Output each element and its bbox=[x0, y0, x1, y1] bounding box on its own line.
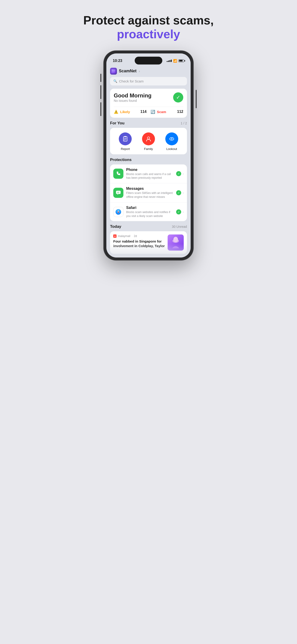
safari-protection-desc: Blocks scam websites and notifies if you… bbox=[126, 210, 173, 218]
messages-protection-text: Messages Filters scam SMSes with an inte… bbox=[126, 186, 173, 199]
scam-icon: 🔄 bbox=[150, 110, 155, 114]
svg-point-7 bbox=[147, 137, 150, 139]
phone-protection-desc: Blocks scam calls and warns if a call ha… bbox=[126, 172, 173, 180]
family-icon bbox=[142, 132, 155, 145]
safari-protection-status: ✓ › bbox=[176, 209, 184, 214]
messages-protection-name: Messages bbox=[126, 186, 173, 191]
search-bar[interactable]: 🔍 Check for Scam bbox=[110, 77, 187, 86]
phone-app-icon bbox=[113, 168, 124, 179]
family-action[interactable]: Family bbox=[142, 132, 155, 151]
news-source-name: malaymail bbox=[118, 234, 130, 238]
news-source: M malaymail · 2d bbox=[113, 234, 165, 238]
quick-actions: Report Family bbox=[114, 132, 183, 151]
search-icon: 🔍 bbox=[113, 79, 117, 83]
volume-down-button bbox=[100, 102, 101, 116]
phone-protection-item[interactable]: Phone Blocks scam calls and warns if a c… bbox=[110, 164, 187, 183]
phone-chevron-icon: › bbox=[182, 172, 184, 176]
today-header: Today 30 Unread bbox=[110, 224, 187, 229]
headline-line2: proactively bbox=[83, 27, 214, 41]
news-thumbnail bbox=[168, 234, 184, 250]
signal-bar-4 bbox=[171, 60, 172, 62]
likely-stat: ⚠️ Likely 114 bbox=[114, 110, 147, 114]
status-stats: ⚠️ Likely 114 🔄 Scam 112 bbox=[114, 110, 183, 114]
mute-button bbox=[100, 74, 101, 82]
lookout-label: Lookout bbox=[166, 147, 177, 151]
warning-icon: ⚠️ bbox=[114, 110, 118, 114]
status-time: 10:23 bbox=[113, 59, 122, 63]
messages-protection-desc: Filters scam SMSes with an intelligent o… bbox=[126, 191, 173, 199]
app-header[interactable]: 🛡 ScamNet › bbox=[110, 65, 187, 77]
phone-check-icon: ✓ bbox=[176, 171, 181, 176]
app-content: 🛡 ScamNet › 🔍 Check for Scam Good Mornin bbox=[106, 65, 191, 258]
status-card-top: Good Morning No issues found ✓ bbox=[114, 92, 183, 106]
likely-label: Likely bbox=[120, 110, 130, 114]
lookout-icon bbox=[165, 132, 178, 145]
headline-line1: Protect against scams, bbox=[83, 14, 214, 27]
power-button bbox=[196, 90, 196, 108]
report-icon bbox=[119, 132, 132, 145]
for-you-header: For You 1 / 2 bbox=[110, 121, 187, 126]
safari-chevron-icon: › bbox=[182, 210, 184, 214]
today-card[interactable]: M malaymail · 2d Four nabbed in Singapor… bbox=[110, 231, 187, 254]
for-you-card: Report Family bbox=[110, 128, 187, 154]
protections-header: Protections bbox=[110, 158, 187, 162]
protections-title: Protections bbox=[110, 158, 132, 162]
report-label: Report bbox=[121, 147, 130, 151]
report-action[interactable]: Report bbox=[119, 132, 132, 151]
svg-point-10 bbox=[171, 138, 172, 139]
svg-rect-2 bbox=[124, 136, 127, 141]
news-text-block: M malaymail · 2d Four nabbed in Singapor… bbox=[113, 234, 165, 248]
today-section: Today 30 Unread M malaymail bbox=[110, 224, 187, 254]
lookout-action[interactable]: Lookout bbox=[165, 132, 178, 151]
status-bar: 10:23 📶 bbox=[106, 54, 191, 65]
app-chevron-icon: › bbox=[139, 69, 140, 73]
for-you-pagination: 1 / 2 bbox=[181, 122, 187, 125]
wifi-icon: 📶 bbox=[173, 59, 177, 63]
signal-bar-3 bbox=[170, 60, 170, 62]
today-unread: 30 Unread bbox=[172, 225, 187, 228]
safari-check-icon: ✓ bbox=[176, 209, 181, 214]
greeting-block: Good Morning No issues found bbox=[114, 92, 152, 106]
headline: Protect against scams, proactively bbox=[83, 14, 214, 42]
volume-up-button bbox=[100, 85, 101, 99]
family-label: Family bbox=[144, 147, 153, 151]
svg-point-23 bbox=[172, 239, 179, 243]
phone-protection-name: Phone bbox=[126, 168, 173, 172]
today-title: Today bbox=[110, 224, 121, 229]
status-card: Good Morning No issues found ✓ ⚠️ Likely… bbox=[110, 89, 187, 118]
page-container: Protect against scams, proactively 10:23 bbox=[74, 9, 223, 260]
phone-screen: 10:23 📶 bbox=[106, 54, 191, 258]
battery-fill bbox=[179, 60, 182, 62]
status-icons: 📶 bbox=[167, 59, 184, 63]
messages-protection-status: ✓ › bbox=[176, 190, 184, 195]
news-headline: Four nabbed in Singapore for involvement… bbox=[113, 239, 165, 248]
news-item: M malaymail · 2d Four nabbed in Singapor… bbox=[113, 234, 184, 250]
shield-check-icon: ✓ bbox=[173, 92, 183, 102]
messages-protection-item[interactable]: Messages Filters scam SMSes with an inte… bbox=[110, 183, 187, 202]
scam-count: 112 bbox=[177, 110, 183, 114]
protections-card: Phone Blocks scam calls and warns if a c… bbox=[110, 164, 187, 221]
signal-bar-2 bbox=[168, 60, 169, 62]
no-issues-text: No issues found bbox=[114, 99, 152, 102]
messages-check-icon: ✓ bbox=[176, 190, 181, 195]
news-source-dot: M bbox=[113, 234, 116, 238]
battery-icon bbox=[178, 60, 184, 62]
signal-icon bbox=[167, 60, 172, 62]
scam-label: Scam bbox=[157, 110, 166, 114]
svg-rect-11 bbox=[116, 191, 121, 194]
messages-chevron-icon: › bbox=[182, 191, 184, 195]
safari-protection-text: Safari Blocks scam websites and notifies… bbox=[126, 206, 173, 218]
messages-app-icon bbox=[113, 188, 124, 198]
scam-stat: 🔄 Scam 112 bbox=[147, 110, 184, 114]
svg-text:🛡: 🛡 bbox=[112, 70, 115, 72]
safari-protection-item[interactable]: Safari Blocks scam websites and notifies… bbox=[110, 202, 187, 221]
phone-frame: 10:23 📶 bbox=[104, 51, 194, 260]
app-name: ScamNet bbox=[119, 69, 136, 74]
for-you-title: For You bbox=[110, 121, 124, 126]
greeting-text: Good Morning bbox=[114, 92, 152, 99]
news-time: 2d bbox=[134, 234, 137, 238]
dynamic-island bbox=[135, 57, 162, 64]
safari-app-icon bbox=[113, 207, 124, 217]
app-icon: 🛡 bbox=[110, 68, 117, 75]
likely-count: 114 bbox=[140, 110, 147, 114]
